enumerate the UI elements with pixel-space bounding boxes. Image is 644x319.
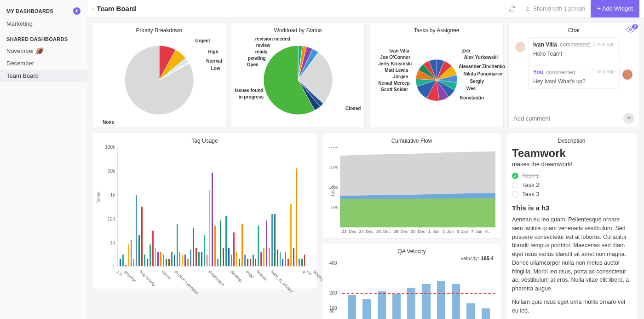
back-icon[interactable]: ‹ [92,5,94,12]
widget-description: Description Teamwork makes the dreamwork… [506,133,637,319]
widget-title: Chat [514,27,633,34]
tag-bar [198,252,200,266]
tag-bar [136,195,137,266]
x-tick: 26. Dec [376,229,391,234]
svg-text:2000: 2000 [329,147,338,149]
description-heading: Teamwork [512,147,631,160]
sidebar-item-team-board[interactable]: Team Board [0,70,87,82]
description-p1: Aenean eu leo quam. Pellentesque ornare … [512,215,631,293]
task-label: Task 2 [522,181,540,188]
tag-bar [228,248,230,266]
svg-point-0 [527,7,529,9]
chat-watch-badge[interactable]: 2 [626,26,635,33]
tag-bar [296,168,297,266]
sidebar-item-december[interactable]: December [0,57,87,70]
tag-bar [299,259,300,266]
tag-bar [269,248,270,266]
tag-bar [122,255,124,266]
pie-label: issues found [235,88,264,93]
tag-bar [247,259,248,266]
tag-bar [171,252,172,266]
tag-bar [277,249,278,266]
chat-send-button[interactable] [623,113,634,124]
chat-input[interactable] [513,115,620,122]
refresh-icon [509,6,515,12]
x-category: desktop [230,269,243,283]
tag-bar [231,255,232,266]
circle-icon[interactable] [512,182,518,188]
tag-bar [155,248,156,266]
widget-title: QA Velocity [328,248,495,255]
qa-bar [482,308,490,319]
cumulative-flow-chart: 500100015002000 [328,147,495,227]
x-category: amytest [123,269,136,283]
tag-bar [138,235,140,266]
tag-bar [304,255,305,266]
chat-body: Hello Team! [533,51,615,57]
tag-bar [174,255,175,266]
shared-dashboards-title: SHARED DASHBOARDS [6,36,68,42]
tag-bar [133,259,134,266]
my-dashboards-header: MY DASHBOARDS + [0,6,87,17]
sidebar: MY DASHBOARDS + Marketing SHARED DASHBOA… [0,0,87,319]
tag-bar [157,252,159,266]
check-circle-icon[interactable]: ✓ [512,173,518,179]
tag-bar [182,255,183,266]
qa-target-line [342,293,495,294]
add-widget-button[interactable]: + Add Widget [591,0,639,17]
pie-label: Zeb [462,48,470,53]
tag-bar [242,224,243,266]
description-sub: makes the dreamwork! [512,161,631,168]
svg-text:500: 500 [331,205,338,209]
svg-text:1500: 1500 [329,165,338,169]
refresh-button[interactable] [505,2,519,16]
pie-label: revision needed [255,36,290,41]
tag-bar [131,240,132,266]
add-dashboard-button[interactable]: + [73,7,80,15]
tag-bar [120,259,121,266]
task-label: Task 1 [522,172,540,179]
tag-bar [207,255,208,266]
widget-qa-velocity: QA Velocity velocity: 185.4 80100200400 [322,243,501,319]
task-row[interactable]: Task 2 [512,181,631,188]
shared-button[interactable]: Shared with 1 person [519,6,591,12]
pie-label: Scott Snider [381,87,408,92]
tag-bar [196,248,197,266]
sidebar-item-november[interactable]: November 🏈 [0,45,87,57]
my-dashboards-title: MY DASHBOARDS [6,8,53,14]
pie-label-none: None [103,120,114,125]
tag-bar [152,231,154,266]
tag-bar [177,224,178,266]
tag-bar [147,259,148,266]
tag-bar [236,252,237,266]
tag-bar [190,249,191,266]
pie-label: Nenad Mercep [378,81,409,86]
qa-velocity-label: velocity: [461,255,479,261]
circle-icon[interactable] [512,191,518,197]
shared-label: Shared with 1 person [533,6,585,12]
pie-label: Sergiy [470,79,484,84]
y-tick: 10 [101,240,115,245]
sidebar-item-marketing[interactable]: Marketing [0,17,87,30]
tag-bar [187,259,189,266]
tag-bar [150,244,151,266]
x-tick: 22. Dec [342,229,356,234]
task-row[interactable]: Task 3 [512,191,631,197]
x-tick: 24. Dec [359,229,374,234]
pie-label: ready [255,49,268,54]
pie-label: in progress [239,94,264,99]
pie-label: pending [248,56,266,61]
x-category: feature [256,269,268,282]
tag-bar [239,259,240,266]
tag-bar [214,226,216,266]
y-tick: 200 [329,290,337,296]
pie-label: Wes [466,86,476,91]
qa-bar [452,284,460,319]
tag-bar [293,248,294,266]
tag-bar [179,252,181,266]
tag-bar [288,259,289,266]
x-tick: 5. Jan [457,229,468,234]
task-row[interactable]: ✓Task 1 [512,172,631,179]
x-tick: 1. Jan [428,229,440,234]
tag-bar [285,252,286,266]
